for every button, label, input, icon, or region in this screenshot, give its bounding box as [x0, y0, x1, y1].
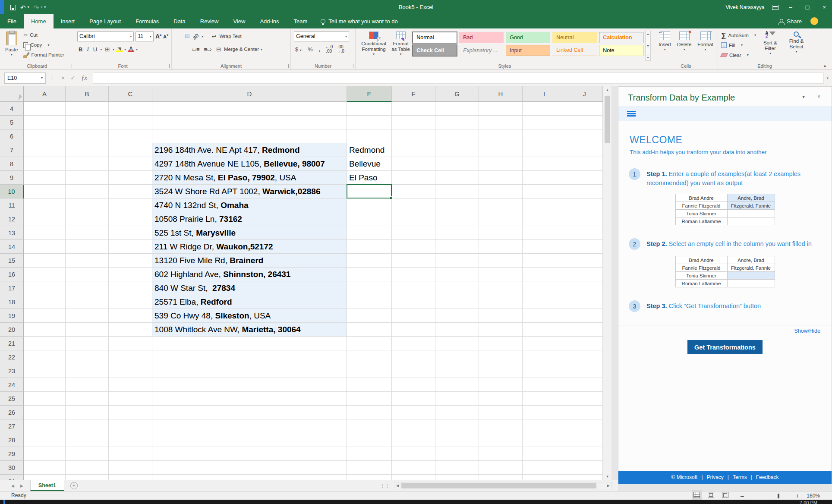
expand-formula-bar-icon[interactable]: ▾ — [826, 76, 832, 80]
cell-B5[interactable] — [66, 116, 109, 129]
cell-D6[interactable] — [152, 129, 347, 143]
accounting-format-icon[interactable]: $ ▾ — [294, 46, 303, 53]
cell-C25[interactable] — [109, 392, 152, 406]
row-header-20[interactable]: 20 — [0, 323, 24, 337]
name-box-splitter[interactable]: ⋮ — [49, 75, 55, 81]
cell-I31[interactable] — [523, 475, 566, 480]
cell-F6[interactable] — [392, 129, 435, 143]
zoom-percentage[interactable]: 160% — [804, 493, 820, 499]
cell-H10[interactable] — [479, 185, 523, 198]
cell-I27[interactable] — [523, 419, 566, 433]
clear-button[interactable]: Clear ▾ — [721, 50, 756, 60]
cell-H4[interactable] — [479, 102, 523, 116]
cell-E9[interactable]: El Paso — [347, 171, 392, 185]
sheet-tab-sheet1[interactable]: Sheet1 — [30, 480, 64, 491]
cell-B23[interactable] — [66, 364, 109, 378]
cell-B22[interactable] — [66, 350, 109, 364]
cell-D10[interactable]: 3524 W Shore Rd APT 1002, Warwick,02886 — [152, 185, 347, 198]
next-sheet-icon[interactable]: ▶ — [20, 484, 23, 488]
cell-I23[interactable] — [523, 364, 566, 378]
cell-J5[interactable] — [566, 116, 603, 129]
cell-A14[interactable] — [24, 240, 66, 254]
cell-style-note[interactable]: Note — [599, 45, 643, 56]
scroll-down-icon[interactable]: ▾ — [603, 474, 611, 479]
cell-D8[interactable]: 4297 148th Avenue NE L105, Bellevue, 980… — [152, 157, 347, 171]
borders-icon[interactable]: ⊞ — [104, 46, 111, 53]
scroll-left-icon[interactable]: ◀ — [396, 482, 399, 489]
cell-H21[interactable] — [479, 337, 523, 350]
cell-C4[interactable] — [109, 102, 152, 116]
task-pane-close-icon[interactable]: × — [817, 94, 820, 100]
ribbon-tab-home[interactable]: Home — [24, 14, 54, 28]
footer-link-feedback[interactable]: Feedback — [756, 474, 779, 480]
align-middle-icon[interactable] — [180, 35, 183, 38]
new-sheet-icon[interactable]: + — [70, 482, 78, 489]
hamburger-menu-icon[interactable] — [627, 111, 636, 117]
cell-F21[interactable] — [392, 337, 435, 350]
footer-link-terms[interactable]: Terms — [733, 474, 747, 480]
row-header-4[interactable]: 4 — [0, 102, 24, 116]
cell-A20[interactable] — [24, 323, 66, 337]
cell-D14[interactable]: 211 W Ridge Dr, Waukon,52172 — [152, 240, 347, 254]
cell-style-linked-cell[interactable]: Linked Cell — [552, 45, 597, 56]
get-transformations-button[interactable]: Get Transformations — [687, 340, 763, 354]
cell-D23[interactable] — [152, 364, 347, 378]
share-button[interactable]: Share — [778, 14, 802, 28]
cell-I12[interactable] — [523, 212, 566, 226]
ribbon-tab-review[interactable]: Review — [193, 14, 226, 28]
cell-F4[interactable] — [392, 102, 435, 116]
cell-E16[interactable] — [347, 268, 392, 281]
cell-H5[interactable] — [479, 116, 523, 129]
cell-F26[interactable] — [392, 406, 435, 419]
cell-B7[interactable] — [66, 143, 109, 157]
cell-C26[interactable] — [109, 406, 152, 419]
cell-style-explanatory[interactable]: Explanatory ... — [459, 45, 504, 56]
row-header-6[interactable]: 6 — [0, 129, 24, 143]
cell-A31[interactable] — [24, 475, 66, 480]
cell-F5[interactable] — [392, 116, 435, 129]
cell-A19[interactable] — [24, 309, 66, 323]
cell-D28[interactable] — [152, 433, 347, 447]
cell-G21[interactable] — [435, 337, 479, 350]
sort-filter-button[interactable]: AZ Sort & Filter▾ — [760, 31, 781, 61]
cell-J9[interactable] — [566, 171, 603, 185]
cell-C24[interactable] — [109, 378, 152, 392]
cell-B14[interactable] — [66, 240, 109, 254]
cell-F14[interactable] — [392, 240, 435, 254]
cell-G9[interactable] — [435, 171, 479, 185]
cell-E23[interactable] — [347, 364, 392, 378]
cut-button[interactable]: ✂Cut — [23, 31, 64, 39]
cell-H28[interactable] — [479, 433, 523, 447]
cell-D12[interactable]: 10508 Prairie Ln, 73162 — [152, 212, 347, 226]
cell-J30[interactable] — [566, 461, 603, 475]
column-header-B[interactable]: B — [66, 86, 109, 102]
align-left-icon[interactable] — [175, 48, 178, 50]
cell-D17[interactable]: 840 W Star St, 27834 — [152, 281, 347, 295]
cell-C11[interactable] — [109, 198, 152, 212]
cell-B26[interactable] — [66, 406, 109, 419]
cell-F8[interactable] — [392, 157, 435, 171]
row-header-21[interactable]: 21 — [0, 337, 24, 350]
row-header-23[interactable]: 23 — [0, 364, 24, 378]
underline-dropdown-icon[interactable]: ▾ — [100, 47, 102, 51]
cell-J12[interactable] — [566, 212, 603, 226]
cell-H8[interactable] — [479, 157, 523, 171]
cell-D4[interactable] — [152, 102, 347, 116]
row-header-28[interactable]: 28 — [0, 433, 24, 447]
cell-style-input[interactable]: Input — [506, 45, 550, 56]
paste-button[interactable]: Paste▾ — [3, 31, 20, 61]
increase-font-icon[interactable]: A▴ — [155, 33, 161, 40]
cell-H18[interactable] — [479, 295, 523, 309]
cancel-entry-icon[interactable]: × — [58, 75, 68, 81]
cell-E6[interactable] — [347, 129, 392, 143]
cell-F16[interactable] — [392, 268, 435, 281]
cell-C17[interactable] — [109, 281, 152, 295]
feedback-smiley-icon[interactable] — [810, 17, 818, 25]
cell-I15[interactable] — [523, 254, 566, 268]
cell-G12[interactable] — [435, 212, 479, 226]
cell-I21[interactable] — [523, 337, 566, 350]
footer-link-privacy[interactable]: Privacy — [707, 474, 724, 480]
cell-B17[interactable] — [66, 281, 109, 295]
cell-B21[interactable] — [66, 337, 109, 350]
cell-C20[interactable] — [109, 323, 152, 337]
